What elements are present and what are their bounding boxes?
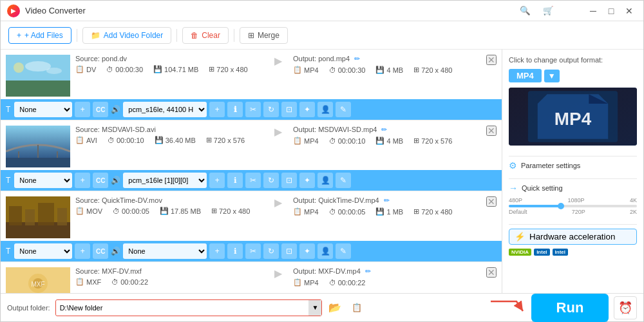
clear-button[interactable]: 🗑 Clear — [182, 27, 229, 44]
subtitle-edit-btn-3[interactable]: ✎ — [336, 243, 351, 259]
file-item-3: Source: QuickTime-DV.mov 📋 MOV ⏱ 00:00:0… — [1, 191, 502, 262]
quality-slider: 480P 1080P 4K Default 720P 2K — [509, 197, 637, 215]
right-panel: Click to change output format: MP4 ▼ — [502, 50, 643, 293]
edit-icon-2[interactable]: ✏ — [381, 126, 387, 133]
add-files-icon: + — [17, 31, 21, 40]
size-out-icon: 💾 — [375, 66, 384, 74]
output-info-2: Output: MSDVAVI-SD.mp4 ✏ 📋 MP4 ⏱ 00:00:1… — [288, 126, 486, 145]
scissors-btn-1[interactable]: ✂ — [245, 102, 261, 117]
file-list: Source: pond.dv 📋 DV ⏱ 00:00:30 — [1, 50, 502, 293]
folder-browse-button[interactable]: 📂 — [327, 299, 343, 316]
format-badge[interactable]: MP4 — [509, 69, 542, 82]
divider-1 — [509, 156, 637, 156]
subtitle-edit-btn-1[interactable]: ✎ — [336, 102, 351, 117]
format-selector: MP4 ▼ — [509, 69, 637, 82]
trash-icon: 🗑 — [191, 31, 198, 40]
maximize-button[interactable]: □ — [603, 5, 619, 17]
svg-rect-12 — [38, 203, 54, 225]
format-in-1: 📋 DV — [75, 65, 96, 73]
clock-icon-2: ⏱ — [108, 137, 115, 144]
remove-file-2[interactable]: ✕ — [486, 126, 497, 136]
file-item-2: Source: MSDVAVI-SD.avi 📋 AVI ⏱ 00:00:10 — [1, 120, 502, 191]
info-btn-3[interactable]: ℹ — [227, 243, 243, 259]
add-folder-button[interactable]: 📁 Add Video Folder — [82, 27, 172, 44]
remove-file-4[interactable]: ✕ — [486, 267, 497, 278]
add-subtitle-btn-3[interactable]: + — [75, 243, 90, 259]
loop-btn-3[interactable]: ↻ — [263, 243, 279, 259]
file-item-content-2: Source: MSDVAVI-SD.avi 📋 AVI ⏱ 00:00:10 — [1, 120, 502, 170]
add-audio-btn-1[interactable]: + — [209, 102, 225, 117]
effects-btn-3[interactable]: ✦ — [299, 243, 315, 259]
alarm-button[interactable]: ⏰ — [614, 296, 637, 319]
add-subtitle-btn-1[interactable]: + — [75, 102, 90, 117]
folder-dropdown-btn[interactable]: ▼ — [308, 300, 321, 316]
hw-accel-button[interactable]: ⚡ Hardware acceleration — [509, 229, 637, 245]
audio-select-1[interactable]: pcm_s16le, 44100 H — [123, 102, 207, 117]
audio-icon-1: 🔊 — [111, 105, 120, 114]
remove-file-3[interactable]: ✕ — [486, 196, 497, 207]
loop-btn-1[interactable]: ↻ — [263, 102, 279, 117]
add-audio-btn-2[interactable]: + — [209, 173, 225, 188]
crop-btn-1[interactable]: ⊡ — [281, 102, 297, 117]
merge-icon: ⊞ — [248, 31, 254, 40]
crop-btn-3[interactable]: ⊡ — [281, 243, 297, 259]
file-meta-4: 📋 MXF ⏱ 00:00:22 — [75, 278, 263, 286]
thumbnail — [6, 55, 70, 97]
cc-btn-1[interactable]: CC — [93, 102, 108, 117]
res-icon-2: ⊞ — [206, 136, 212, 144]
file-item-4: MXF Source: MXF-DV.mxf 📋 MXF — [1, 262, 502, 293]
source-label-3: Source: QuickTime-DV.mov — [75, 196, 263, 204]
crop-btn-2[interactable]: ⊡ — [281, 173, 297, 188]
remove-file-1[interactable]: ✕ — [486, 55, 497, 65]
slider-thumb[interactable] — [558, 203, 564, 209]
loop-btn-2[interactable]: ↻ — [263, 173, 279, 188]
edit-icon-1[interactable]: ✏ — [354, 55, 360, 62]
add-audio-btn-3[interactable]: + — [209, 243, 225, 259]
slider-track[interactable] — [509, 205, 637, 207]
cc-btn-3[interactable]: CC — [93, 243, 108, 259]
format-dropdown-button[interactable]: ▼ — [544, 70, 560, 82]
add-files-button[interactable]: + + Add Files — [8, 27, 71, 44]
watermark-btn-3[interactable]: 👤 — [317, 243, 333, 259]
audio-select-3[interactable]: None — [123, 243, 207, 259]
arrow-right-icon-4: ▶ — [274, 267, 282, 279]
arrow-section-3: ▶ — [269, 196, 288, 209]
scissors-btn-2[interactable]: ✂ — [245, 173, 261, 188]
edit-icon-4[interactable]: ✏ — [365, 267, 371, 275]
subtitle-edit-btn-2[interactable]: ✎ — [336, 173, 351, 188]
app-window: ▶ Video Converter 🔍 🛒 ─ □ ✕ + + Add File… — [0, 0, 644, 322]
watermark-btn-1[interactable]: 👤 — [317, 102, 333, 117]
subtitle-select-1[interactable]: None — [14, 102, 72, 117]
effects-btn-2[interactable]: ✦ — [299, 173, 315, 188]
folder-copy-button[interactable]: 📋 — [348, 299, 366, 316]
controls-bar-1: T None + CC 🔊 pcm_s16le, 44100 H + ℹ ✂ ↻… — [1, 99, 502, 120]
size-out-1: 💾 4 MB — [375, 66, 403, 74]
svg-rect-1 — [6, 80, 70, 97]
scissors-btn-3[interactable]: ✂ — [245, 243, 261, 259]
info-btn-1[interactable]: ℹ — [227, 102, 243, 117]
output-folder-label: Output folder: — [7, 304, 50, 312]
toolbar-separator-1 — [77, 29, 77, 42]
minimize-button[interactable]: ─ — [585, 5, 601, 17]
toolbar-separator-3 — [234, 29, 234, 42]
cc-btn-2[interactable]: CC — [93, 173, 108, 188]
subtitle-select-3[interactable]: None — [14, 243, 72, 259]
edit-icon-3[interactable]: ✏ — [384, 196, 390, 204]
subtitle-select-2[interactable]: None — [14, 173, 72, 188]
search-icon[interactable]: 🔍 — [518, 5, 531, 17]
clock-icon: ⏱ — [106, 66, 113, 73]
output-folder-input[interactable] — [56, 300, 309, 316]
audio-select-2[interactable]: pcm_s16le [1][0][0] — [123, 173, 207, 188]
watermark-btn-2[interactable]: 👤 — [317, 173, 333, 188]
cart-icon[interactable]: 🛒 — [542, 5, 554, 17]
parameter-settings-row[interactable]: ⚙ Parameter settings — [509, 160, 637, 171]
close-button[interactable]: ✕ — [621, 5, 637, 17]
effects-btn-1[interactable]: ✦ — [299, 102, 315, 117]
info-btn-2[interactable]: ℹ — [227, 173, 243, 188]
run-button[interactable]: Run — [531, 294, 609, 322]
size-icon: 💾 — [153, 65, 162, 73]
add-subtitle-btn-2[interactable]: + — [75, 173, 90, 188]
bottom-bar: Output folder: ▼ 📂 📋 Run ⏰ — [1, 293, 643, 321]
merge-button[interactable]: ⊞ Merge — [240, 27, 288, 44]
source-label-2: Source: MSDVAVI-SD.avi — [75, 126, 263, 133]
